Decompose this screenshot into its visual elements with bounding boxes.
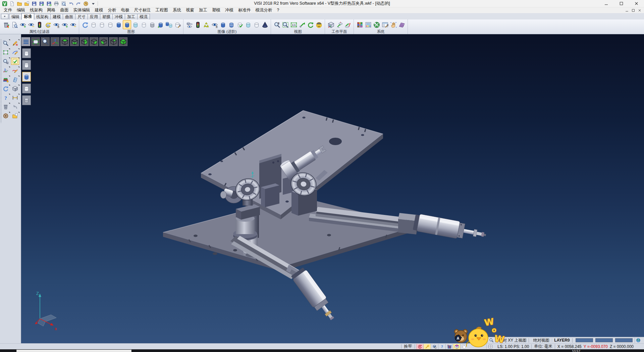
recycle-entities-button[interactable] — [202, 20, 210, 29]
display-hatched-button[interactable] — [22, 95, 31, 105]
viewport-axes-button[interactable] — [51, 37, 59, 46]
viewport-zoom-window-button[interactable] — [31, 37, 40, 46]
menu-item-mold[interactable]: 塑模 — [210, 7, 223, 13]
tab-dimension[interactable]: 尺寸 — [75, 14, 88, 19]
menu-item-mesh[interactable]: 网格 — [45, 7, 58, 13]
striped-render-button[interactable] — [227, 20, 235, 29]
attribute-preview-button[interactable] — [10, 20, 18, 29]
qat-more-button[interactable] — [90, 0, 97, 7]
menu-item-analysis[interactable]: 分析 — [106, 7, 119, 13]
tab-wireframe[interactable]: 线架构 — [34, 14, 51, 19]
measure-tool-button[interactable] — [11, 94, 19, 101]
show-all-button[interactable]: + — [60, 20, 69, 29]
filter-traffic-light-button[interactable] — [35, 20, 44, 29]
tab-surface[interactable]: 曲面 — [63, 14, 75, 19]
tab-modeling[interactable]: 建模 — [50, 14, 63, 19]
print-preview-button[interactable] — [60, 0, 67, 7]
solid-render-button[interactable] — [219, 20, 227, 29]
tab-apply[interactable]: 应用 — [88, 14, 100, 19]
shade-grid-button[interactable] — [397, 20, 406, 29]
display-shaded-button[interactable] — [22, 72, 31, 82]
display-flat-button[interactable] — [22, 84, 31, 93]
magic-wand-button[interactable] — [423, 344, 431, 349]
wire-render-button[interactable] — [252, 20, 261, 29]
menu-item-solid-edit[interactable]: 实体编辑 — [71, 7, 93, 13]
menu-item-file[interactable]: 文件 — [1, 7, 14, 13]
tab-machining[interactable]: 加工 — [125, 14, 138, 19]
undo-button[interactable] — [67, 0, 74, 7]
hide-all-button[interactable]: − — [69, 20, 77, 29]
redo-button[interactable] — [75, 0, 82, 7]
import-file-button[interactable] — [23, 0, 30, 7]
workplane-tool-button[interactable] — [2, 67, 10, 74]
zoom-one-to-one-button[interactable]: 1:1 — [289, 20, 298, 29]
multi-body-view-button[interactable] — [185, 20, 194, 29]
show-entities-button[interactable]: + — [18, 20, 27, 29]
pick-box-button[interactable] — [431, 344, 438, 349]
new-file-button[interactable] — [8, 0, 15, 7]
edit-sketch-button[interactable] — [11, 49, 19, 56]
flat-display-button[interactable] — [140, 20, 148, 29]
selection-hand-button[interactable] — [389, 20, 397, 29]
view-bottom-button[interactable] — [70, 37, 79, 46]
mascot-assistant[interactable]: W o W — [452, 317, 505, 350]
window-select-button[interactable] — [2, 49, 10, 56]
save-as-button[interactable] — [38, 0, 45, 7]
layer-color-swatch[interactable] — [576, 338, 593, 342]
system-config-button[interactable] — [372, 20, 381, 29]
toggle-advanced-view-button[interactable]: ± — [210, 20, 219, 29]
save-file-button[interactable] — [31, 0, 38, 7]
view-reference-readout[interactable]: 绝对视图 — [532, 338, 550, 343]
regen-view-button[interactable] — [2, 85, 10, 92]
image-settings-button[interactable] — [364, 20, 372, 29]
delete-tool-button[interactable] — [2, 103, 10, 110]
status-help-button[interactable]: ? — [438, 344, 445, 349]
menu-item-machining[interactable]: 加工 — [197, 7, 210, 13]
workplane-iso-button[interactable] — [327, 20, 335, 29]
view-front-button[interactable] — [80, 37, 89, 46]
active-layer-readout[interactable]: LAYER0 — [553, 338, 571, 343]
redraw-view-button[interactable] — [306, 20, 315, 29]
translucent-display-button[interactable] — [131, 20, 140, 29]
zoom-extents-button[interactable] — [298, 20, 306, 29]
tab-edit[interactable]: 编辑 — [9, 14, 22, 19]
dashed-hidden-display-button[interactable] — [106, 20, 114, 29]
zoom-in-out-button[interactable]: ± — [273, 20, 281, 29]
menu-item-window[interactable]: 视窗 — [183, 7, 197, 13]
hatched-display-button[interactable] — [148, 20, 156, 29]
addons-gift-button[interactable] — [445, 344, 453, 349]
tab-overflow-button[interactable] — [1, 14, 8, 19]
shading-settings-button[interactable] — [173, 20, 181, 29]
workplane-edit-button[interactable] — [335, 20, 343, 29]
navigation-wheel-button[interactable] — [2, 112, 10, 119]
copy-shading-button[interactable] — [165, 20, 173, 29]
menu-item-drawing[interactable]: 工程图 — [153, 7, 171, 13]
display-hidden-button[interactable] — [22, 60, 31, 70]
menu-item-system[interactable]: 系统 — [170, 7, 183, 13]
regen-shading-button[interactable] — [81, 20, 89, 29]
refresh-visibility-button[interactable] — [44, 20, 52, 29]
solid-tool-button[interactable] — [11, 85, 19, 92]
toggle-visibility-button[interactable]: ± — [52, 20, 60, 29]
viewport-3d-canvas[interactable]: Z x — [21, 34, 644, 343]
mdi-close-button[interactable] — [636, 8, 643, 13]
open-file-button[interactable] — [16, 0, 23, 7]
undo-view-button[interactable] — [11, 103, 19, 110]
confirm-selection-button[interactable] — [11, 58, 19, 65]
menu-item-wireframe[interactable]: 线架构 — [28, 7, 45, 13]
menu-item-edit[interactable]: 编辑 — [14, 7, 28, 13]
print-button[interactable] — [53, 0, 60, 7]
view-shaded-button[interactable] — [119, 37, 127, 46]
menu-item-standard-parts[interactable]: 标准件 — [236, 7, 253, 13]
attribute-browser-button[interactable] — [2, 76, 10, 83]
save-copy-button[interactable] — [45, 0, 52, 7]
status-globe-button[interactable] — [635, 338, 642, 343]
color-palette-button[interactable] — [356, 20, 364, 29]
layer-color-swatch[interactable] — [615, 338, 633, 342]
wireframe-display-button[interactable] — [89, 20, 98, 29]
view-iso-button[interactable] — [109, 37, 118, 46]
shaded-display-button[interactable] — [114, 20, 123, 29]
spline-tool-button[interactable] — [11, 67, 19, 74]
viewport-zoom-dynamic-button[interactable] — [41, 37, 50, 46]
hidden-line-display-button[interactable] — [98, 20, 106, 29]
